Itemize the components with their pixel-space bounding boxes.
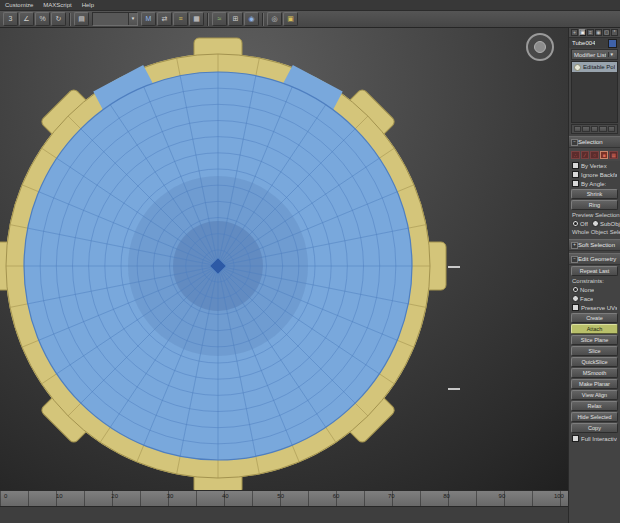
constraint-none-label: None [580,287,594,293]
timeline-label: 100 [554,492,564,506]
constraint-none-radio[interactable]: None [572,286,594,293]
preview-selection-options: Off SubObj [569,219,620,228]
copy-button[interactable]: Copy [571,423,618,433]
tab-hierarchy-icon[interactable]: ≡ [587,29,594,36]
preserve-uvs-checkbox[interactable]: Preserve UVs [569,303,620,312]
by-angle-checkbox[interactable]: By Angle: [569,179,620,188]
element-mode-icon[interactable]: ▦ [609,151,618,159]
constraint-face-label: Face [580,296,593,302]
rollout-selection-title: Selection [578,139,603,145]
full-interactivity-checkbox[interactable]: Full Interactivity [569,434,620,443]
create-button[interactable]: Create [571,313,618,323]
border-mode-icon[interactable]: ○ [590,151,599,159]
ring-button[interactable]: Ring [571,200,618,210]
remove-modifier-icon[interactable] [599,126,606,132]
toolbar-separator [207,13,209,26]
vertex-mode-icon[interactable]: ∴ [571,151,580,159]
render-icon[interactable]: ▣ [283,12,298,26]
toolbar-separator [262,13,264,26]
viewport-nav-wheel[interactable] [526,33,554,61]
menu-help[interactable]: Help [77,0,99,10]
constraint-face-radio[interactable]: Face [572,295,593,302]
object-name[interactable]: Tube004 [572,40,595,46]
viewport-top[interactable] [0,28,568,490]
stack-item-editable-poly[interactable]: Editable Poly [572,62,617,72]
keyboard-override-icon[interactable]: ▤ [74,12,89,26]
menu-customize[interactable]: Customize [0,0,38,10]
ignore-backfacing-checkbox[interactable]: Ignore Backfacing [569,170,620,179]
ignore-backfacing-label: Ignore Backfacing [581,172,617,178]
timeline-label: 90 [499,492,506,506]
tab-create-icon[interactable]: + [571,29,578,36]
stack-toolbar [571,124,618,134]
by-vertex-label: By Vertex [581,163,607,169]
preview-subobj-radio[interactable]: SubObj [592,220,620,227]
quickslice-button[interactable]: QuickSlice [571,357,618,367]
graphite-modeling-icon[interactable]: ▦ [189,12,204,26]
named-selection-set-dropdown[interactable]: ▼ [92,12,138,26]
render-setup-icon[interactable]: ◎ [267,12,282,26]
slice-button[interactable]: Slice [571,346,618,356]
timeline-label: 50 [277,492,284,506]
rollout-edit-geometry[interactable]: − Edit Geometry [569,253,620,265]
rollout-selection[interactable]: − Selection [569,136,620,148]
selection-status: Whole Object Selected [569,228,620,237]
main-toolbar: 3 ∠ % ↻ ▤ ▼ M ⇄ ≡ ▦ ≈ ⊞ ◉ ◎ ▣ [0,11,620,28]
checkbox-icon [572,171,579,178]
tab-display-icon[interactable]: ▢ [603,29,610,36]
chevron-down-icon: ▼ [128,13,137,25]
collapse-icon: − [571,256,578,263]
spinner-snap-icon[interactable]: ↻ [51,12,66,26]
radio-icon [572,286,579,293]
pin-stack-icon[interactable] [574,126,581,132]
view-align-button[interactable]: View Align [571,390,618,400]
make-planar-button[interactable]: Make Planar [571,379,618,389]
tab-motion-icon[interactable]: ◉ [595,29,602,36]
timeline-ruler[interactable]: 0 10 20 30 40 50 60 70 80 90 100 [0,490,568,506]
layer-manager-icon[interactable]: ≡ [173,12,188,26]
mirror-icon[interactable]: M [141,12,156,26]
by-vertex-checkbox[interactable]: By Vertex [569,161,620,170]
toolbar-separator [69,13,71,26]
timeline-label: 0 [4,492,7,506]
configure-sets-icon[interactable] [608,126,615,132]
rollout-soft-selection[interactable]: + Soft Selection [569,239,620,251]
collapse-icon: − [571,139,578,146]
tube-object[interactable] [0,28,568,490]
rollout-edit-geometry-title: Edit Geometry [578,256,616,262]
viewport-tick [448,266,460,268]
lightbulb-icon[interactable] [574,64,581,71]
schematic-view-icon[interactable]: ⊞ [228,12,243,26]
polygon-mode-icon[interactable]: ■ [600,151,609,159]
tab-modify-icon[interactable]: ▣ [579,29,586,36]
curve-editor-icon[interactable]: ≈ [212,12,227,26]
chevron-down-icon: ▼ [608,52,615,57]
material-editor-icon[interactable]: ◉ [244,12,259,26]
modifier-stack[interactable]: Editable Poly [571,61,618,123]
make-unique-icon[interactable] [591,126,598,132]
menu-maxscript[interactable]: MAXScript [38,0,76,10]
angle-snap-icon[interactable]: ∠ [19,12,34,26]
preview-subobj-label: SubObj [600,221,620,227]
preserve-uvs-label: Preserve UVs [581,305,617,311]
by-angle-label: By Angle: [581,181,606,187]
modifier-list-dropdown[interactable]: Modifier List ▼ [571,49,618,60]
show-end-result-icon[interactable] [582,126,589,132]
edge-mode-icon[interactable]: ∕ [581,151,590,159]
nav-wheel-center-icon [534,41,546,53]
object-name-row: Tube004 [569,38,620,48]
tab-utilities-icon[interactable]: * [611,29,618,36]
expand-icon: + [571,242,578,249]
repeat-last-button[interactable]: Repeat Last [571,266,618,276]
msmooth-button[interactable]: MSmooth [571,368,618,378]
object-color-swatch[interactable] [608,39,617,48]
snap-toggle-icon[interactable]: 3 [3,12,18,26]
shrink-button[interactable]: Shrink [571,189,618,199]
align-icon[interactable]: ⇄ [157,12,172,26]
preview-off-radio[interactable]: Off [572,220,588,227]
hide-selected-button[interactable]: Hide Selected [571,412,618,422]
percent-snap-icon[interactable]: % [35,12,50,26]
slice-plane-button[interactable]: Slice Plane [571,335,618,345]
attach-button[interactable]: Attach [571,324,618,334]
relax-button[interactable]: Relax [571,401,618,411]
